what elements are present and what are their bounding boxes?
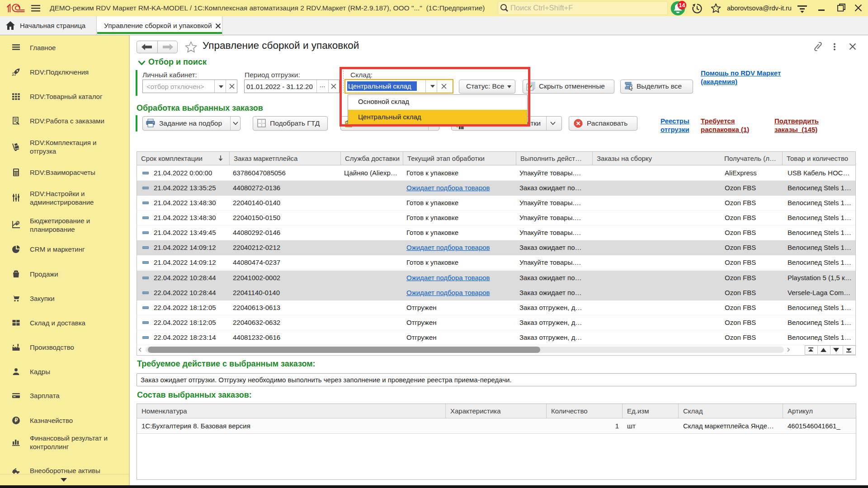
svg-text:14: 14	[679, 2, 685, 9]
svg-text:%: %	[16, 221, 19, 224]
svg-text:₽: ₽	[14, 418, 18, 423]
